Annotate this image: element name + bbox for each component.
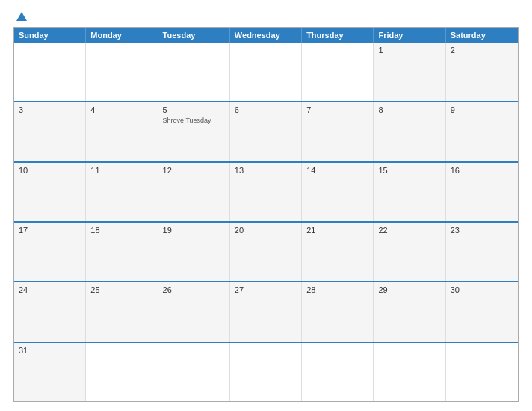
week-row-6: 31 xyxy=(14,342,518,401)
day-number: 23 xyxy=(451,226,460,235)
week-row-5: 24252627282930 xyxy=(14,281,518,341)
cal-cell: 9 xyxy=(446,102,518,161)
day-number: 17 xyxy=(19,226,28,235)
cal-cell xyxy=(302,343,374,401)
cal-cell xyxy=(302,43,374,101)
logo xyxy=(13,12,27,21)
cal-cell xyxy=(158,343,230,401)
cal-cell xyxy=(14,43,86,101)
day-number: 13 xyxy=(235,166,244,175)
day-number: 3 xyxy=(19,105,23,114)
cal-cell: 8 xyxy=(374,102,445,161)
cal-cell: 22 xyxy=(374,223,445,281)
day-number: 10 xyxy=(19,166,28,175)
calendar-header: SundayMondayTuesdayWednesdayThursdayFrid… xyxy=(14,28,518,43)
week-row-4: 17181920212223 xyxy=(14,221,518,281)
cal-cell: 16 xyxy=(446,163,518,221)
day-number: 1 xyxy=(378,46,383,55)
cal-cell: 23 xyxy=(446,223,518,281)
header-day-monday: Monday xyxy=(86,28,158,43)
header-day-sunday: Sunday xyxy=(14,28,86,43)
cal-cell: 15 xyxy=(374,163,445,221)
header xyxy=(13,12,519,21)
cal-cell: 11 xyxy=(86,163,158,221)
day-number: 27 xyxy=(235,285,244,294)
cal-cell: 2 xyxy=(446,43,518,101)
cal-cell: 12 xyxy=(158,163,230,221)
cal-cell: 7 xyxy=(302,102,374,161)
day-number: 2 xyxy=(451,46,455,55)
day-number: 29 xyxy=(378,285,387,294)
logo-row xyxy=(13,12,27,21)
cal-cell: 30 xyxy=(446,282,518,341)
cal-cell: 3 xyxy=(14,102,86,161)
day-number: 7 xyxy=(306,105,311,114)
day-number: 26 xyxy=(163,285,172,294)
day-number: 15 xyxy=(378,166,387,175)
cal-cell: 29 xyxy=(374,282,445,341)
month-title xyxy=(27,12,474,13)
cal-cell: 5Shrove Tuesday xyxy=(158,102,230,161)
day-number: 8 xyxy=(378,105,383,114)
day-number: 21 xyxy=(306,226,315,235)
week-row-1: 12 xyxy=(14,43,518,101)
day-number: 12 xyxy=(163,166,172,175)
calendar: SundayMondayTuesdayWednesdayThursdayFrid… xyxy=(13,27,519,402)
cal-cell: 19 xyxy=(158,223,230,281)
cal-cell: 13 xyxy=(230,163,302,221)
day-number: 6 xyxy=(235,105,239,114)
day-number: 4 xyxy=(90,105,95,114)
calendar-body: 12345Shrove Tuesday678910111213141516171… xyxy=(14,43,518,401)
day-number: 28 xyxy=(306,285,315,294)
day-number: 31 xyxy=(19,346,28,355)
header-day-wednesday: Wednesday xyxy=(230,28,302,43)
day-number: 30 xyxy=(451,285,460,294)
week-row-2: 345Shrove Tuesday6789 xyxy=(14,101,518,161)
holiday-name: Shrove Tuesday xyxy=(163,117,211,125)
day-number: 24 xyxy=(19,285,28,294)
day-number: 22 xyxy=(378,226,387,235)
day-number: 19 xyxy=(163,226,172,235)
header-day-tuesday: Tuesday xyxy=(158,28,230,43)
cal-cell: 31 xyxy=(14,343,86,401)
calendar-page: SundayMondayTuesdayWednesdayThursdayFrid… xyxy=(0,0,532,411)
day-number: 9 xyxy=(451,105,455,114)
header-day-saturday: Saturday xyxy=(446,28,518,43)
cal-cell: 1 xyxy=(374,43,445,101)
logo-triangle-icon xyxy=(16,12,27,21)
cal-cell: 6 xyxy=(230,102,302,161)
header-day-friday: Friday xyxy=(374,28,445,43)
cal-cell: 10 xyxy=(14,163,86,221)
day-number: 5 xyxy=(163,105,167,114)
cal-cell: 26 xyxy=(158,282,230,341)
cal-cell xyxy=(374,343,445,401)
day-number: 11 xyxy=(90,166,99,175)
country-label xyxy=(474,12,519,16)
cal-cell: 25 xyxy=(86,282,158,341)
header-day-thursday: Thursday xyxy=(302,28,374,43)
day-number: 18 xyxy=(90,226,99,235)
cal-cell: 28 xyxy=(302,282,374,341)
cal-cell: 20 xyxy=(230,223,302,281)
cal-cell: 14 xyxy=(302,163,374,221)
cal-cell xyxy=(86,343,158,401)
cal-cell: 17 xyxy=(14,223,86,281)
cal-cell xyxy=(446,343,518,401)
week-row-3: 10111213141516 xyxy=(14,161,518,221)
day-number: 14 xyxy=(306,166,315,175)
day-number: 16 xyxy=(451,166,460,175)
day-number: 20 xyxy=(235,226,244,235)
cal-cell: 27 xyxy=(230,282,302,341)
cal-cell xyxy=(158,43,230,101)
cal-cell: 24 xyxy=(14,282,86,341)
cal-cell xyxy=(230,43,302,101)
cal-cell: 21 xyxy=(302,223,374,281)
cal-cell xyxy=(230,343,302,401)
cal-cell: 4 xyxy=(86,102,158,161)
cal-cell: 18 xyxy=(86,223,158,281)
cal-cell xyxy=(86,43,158,101)
day-number: 25 xyxy=(90,285,99,294)
